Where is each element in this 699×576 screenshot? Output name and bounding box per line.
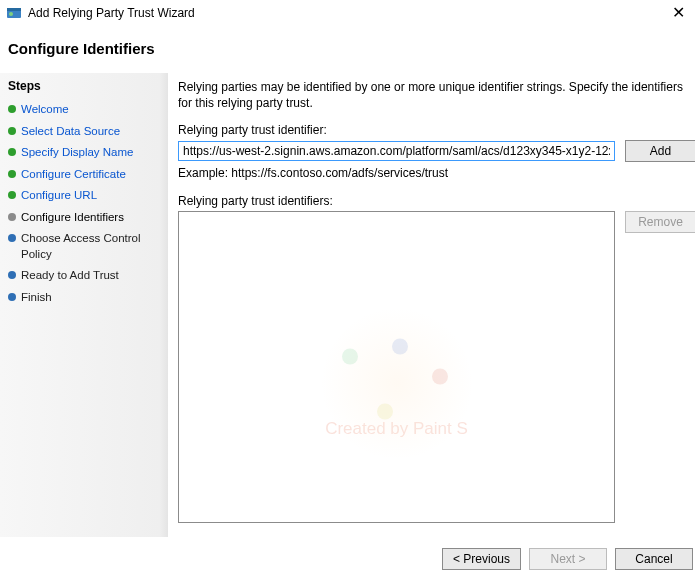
step-done-icon bbox=[8, 127, 16, 135]
add-button[interactable]: Add bbox=[625, 140, 695, 162]
titlebar: Add Relying Party Trust Wizard ✕ bbox=[0, 0, 699, 26]
step-label: Welcome bbox=[21, 102, 69, 118]
step-welcome[interactable]: Welcome bbox=[0, 99, 168, 121]
remove-button: Remove bbox=[625, 211, 695, 233]
identifier-listbox[interactable]: Created by Paint S bbox=[178, 211, 615, 523]
window-title: Add Relying Party Trust Wizard bbox=[28, 6, 195, 20]
steps-sidebar: Steps Welcome Select Data Source Specify… bbox=[0, 73, 168, 537]
step-choose-access-control-policy: Choose Access Control Policy bbox=[0, 228, 168, 265]
step-future-icon bbox=[8, 234, 16, 242]
step-label: Choose Access Control Policy bbox=[21, 231, 160, 262]
step-future-icon bbox=[8, 271, 16, 279]
instruction-text: Relying parties may be identified by one… bbox=[178, 79, 695, 111]
step-select-data-source[interactable]: Select Data Source bbox=[0, 121, 168, 143]
step-label: Specify Display Name bbox=[21, 145, 133, 161]
step-specify-display-name[interactable]: Specify Display Name bbox=[0, 142, 168, 164]
step-future-icon bbox=[8, 293, 16, 301]
previous-button[interactable]: < Previous bbox=[442, 548, 521, 570]
step-label: Configure URL bbox=[21, 188, 97, 204]
steps-heading: Steps bbox=[0, 77, 168, 99]
step-configure-identifiers: Configure Identifiers bbox=[0, 207, 168, 229]
watermark: Created by Paint S bbox=[322, 309, 472, 439]
close-icon[interactable]: ✕ bbox=[666, 5, 691, 21]
step-label: Finish bbox=[21, 290, 52, 306]
watermark-text: Created by Paint S bbox=[322, 419, 472, 439]
app-icon bbox=[6, 5, 22, 21]
step-label: Configure Identifiers bbox=[21, 210, 124, 226]
main-panel: Relying parties may be identified by one… bbox=[168, 73, 699, 537]
svg-point-2 bbox=[9, 12, 13, 16]
cancel-button[interactable]: Cancel bbox=[615, 548, 693, 570]
step-label: Configure Certificate bbox=[21, 167, 126, 183]
step-configure-certificate[interactable]: Configure Certificate bbox=[0, 164, 168, 186]
identifier-input-label: Relying party trust identifier: bbox=[178, 123, 695, 137]
step-label: Ready to Add Trust bbox=[21, 268, 119, 284]
step-finish: Finish bbox=[0, 287, 168, 309]
identifier-input[interactable] bbox=[178, 141, 615, 161]
page-header: Configure Identifiers bbox=[0, 26, 699, 67]
step-ready-to-add-trust: Ready to Add Trust bbox=[0, 265, 168, 287]
step-label: Select Data Source bbox=[21, 124, 120, 140]
step-done-icon bbox=[8, 148, 16, 156]
identifier-example-text: Example: https://fs.contoso.com/adfs/ser… bbox=[178, 166, 695, 180]
page-title: Configure Identifiers bbox=[8, 40, 691, 57]
step-done-icon bbox=[8, 105, 16, 113]
step-current-icon bbox=[8, 213, 16, 221]
step-configure-url[interactable]: Configure URL bbox=[0, 185, 168, 207]
identifier-list-label: Relying party trust identifiers: bbox=[178, 194, 695, 208]
step-done-icon bbox=[8, 170, 16, 178]
next-button: Next > bbox=[529, 548, 607, 570]
svg-rect-1 bbox=[7, 8, 21, 11]
wizard-footer: < Previous Next > Cancel bbox=[442, 548, 693, 570]
step-done-icon bbox=[8, 191, 16, 199]
